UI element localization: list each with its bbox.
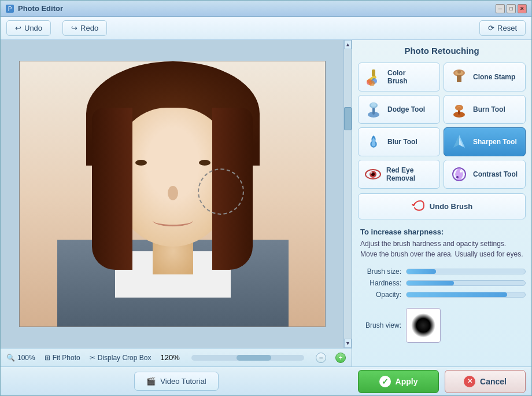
svg-point-17 [455,105,463,111]
sharpen-tool-label: Sharpen Tool [473,138,517,146]
zoom-level-value: 120% [160,353,179,362]
red-eye-icon [364,165,382,184]
contrast-tool-label: Contrast Tool [473,170,518,178]
description-title: To increase sharpness: [360,228,523,236]
cancel-label: Cancel [480,377,507,386]
opacity-fill [407,292,507,297]
zoom-value: 100% [17,354,35,362]
sharpen-tool[interactable]: Sharpen Tool [444,127,526,156]
svg-point-24 [456,176,459,178]
dodge-tool[interactable]: Dodge Tool [358,95,440,124]
status-bar: 🔍 100% ⊞ Fit Photo ✂ Display Crop Box 12… [1,348,352,366]
brush-preview [406,308,441,343]
app-title: Photo Editor [18,4,494,13]
check-icon: ✓ [379,376,391,387]
video-tutorial-button[interactable]: 🎬 Video Tutorial [134,372,218,391]
color-brush-icon [364,68,383,86]
photo-container [1,40,343,348]
burn-tool-label: Burn Tool [473,105,505,113]
brush-circle-preview [411,313,435,338]
red-eye-label: Red Eye Removal [386,166,434,183]
hardness-label: Hardness: [358,279,401,287]
svg-text:P: P [8,6,12,12]
panel-title: Photo Retouching [358,46,526,56]
svg-point-21 [370,171,372,174]
hardness-fill [407,281,454,285]
svg-point-10 [457,70,461,74]
video-icon: 🎬 [146,377,156,386]
zoom-in-button[interactable]: + [335,353,346,363]
bottom-left: 🎬 Video Tutorial [1,372,352,391]
reset-button[interactable]: ⟳ Reset [479,20,526,36]
minimize-button[interactable]: ─ [496,4,505,13]
burn-tool-icon [450,100,468,119]
cancel-icon: ✕ [464,376,475,387]
svg-rect-3 [372,69,375,76]
zoom-out-button[interactable]: − [316,353,326,363]
hardness-slider[interactable] [406,280,526,286]
fit-label: Fit Photo [53,354,80,362]
dodge-tool-label: Dodge Tool [387,105,425,113]
cancel-button[interactable]: ✕ Cancel [445,370,526,393]
contrast-tool[interactable]: Contrast Tool [444,160,526,189]
blur-tool-label: Blur Tool [387,138,418,146]
blur-tool[interactable]: Blur Tool [358,127,440,156]
clone-stamp-label: Clone Stamp [473,73,515,81]
description-box: To increase sharpness: Adjust the brush … [358,224,526,263]
apply-label: Apply [396,377,418,386]
scroll-up-button[interactable]: ▲ [344,40,352,49]
close-button[interactable]: ✕ [518,4,527,13]
zoom-icon: 🔍 [6,354,15,362]
maximize-button[interactable]: □ [507,4,516,13]
main-content: ▲ ▼ 🔍 100% ⊞ Fit Photo ✂ [1,40,531,366]
brush-view-label: Brush view: [358,321,401,329]
vertical-scrollbar[interactable]: ▲ ▼ [343,40,352,348]
crop-label: Display Crop Box [98,354,152,362]
brush-size-row: Brush size: [358,267,526,276]
tools-grid: ColorBrush Clone Stamp [358,63,526,189]
undo-brush-button[interactable]: Undo Brush [358,193,526,219]
opacity-slider[interactable] [406,292,526,298]
scroll-down-button[interactable]: ▼ [344,339,352,348]
canvas-scroll[interactable] [1,40,343,348]
svg-point-23 [460,170,462,173]
brush-size-fill [407,269,436,274]
redo-button[interactable]: ↪ Redo [62,20,107,36]
scroll-track[interactable] [344,49,352,339]
horizontal-scrollbar[interactable] [191,355,304,361]
clone-stamp-tool[interactable]: Clone Stamp [444,63,526,91]
h-scroll-thumb[interactable] [237,355,271,361]
undo-brush-icon [411,199,425,214]
red-eye-tool[interactable]: Red Eye Removal [358,160,440,189]
brush-size-label: Brush size: [358,267,401,276]
right-panel: Photo Retouching ColorBrush [352,40,531,366]
toolbar: ↩ Undo ↪ Redo ⟳ Reset [1,17,531,40]
burn-tool[interactable]: Burn Tool [444,95,526,124]
blur-tool-icon [364,133,383,151]
redo-label: Redo [80,24,98,32]
undo-label: Undo [24,24,42,32]
fit-icon: ⊞ [45,354,50,362]
description-text: Adjust the brush hardness and opacity se… [360,239,523,259]
hardness-row: Hardness: [358,279,526,287]
fit-photo-button[interactable]: ⊞ Fit Photo [45,354,80,362]
brush-size-slider[interactable] [406,269,526,274]
svg-point-14 [371,103,376,107]
color-brush-tool[interactable]: ColorBrush [358,63,440,91]
scroll-thumb[interactable] [344,107,352,130]
clone-stamp-icon [450,68,468,86]
photo-canvas[interactable] [19,61,326,327]
canvas-area: ▲ ▼ 🔍 100% ⊞ Fit Photo ✂ [1,40,352,366]
redo-icon: ↪ [71,24,77,32]
main-window: P Photo Editor ─ □ ✕ ↩ Undo ↪ Redo ⟳ Res… [0,0,532,396]
apply-button[interactable]: ✓ Apply [358,370,439,393]
video-tutorial-label: Video Tutorial [160,377,206,386]
crop-box-button[interactable]: ✂ Display Crop Box [90,354,152,362]
bottom-bar: 🎬 Video Tutorial ✓ Apply ✕ Cancel [1,366,531,395]
undo-button[interactable]: ↩ Undo [6,20,51,36]
sharpen-tool-icon [450,133,468,151]
undo-brush-label: Undo Brush [430,202,472,211]
title-bar: P Photo Editor ─ □ ✕ [1,1,531,17]
brush-view-row: Brush view: [358,308,526,343]
zoom-indicator: 🔍 100% [6,354,35,362]
